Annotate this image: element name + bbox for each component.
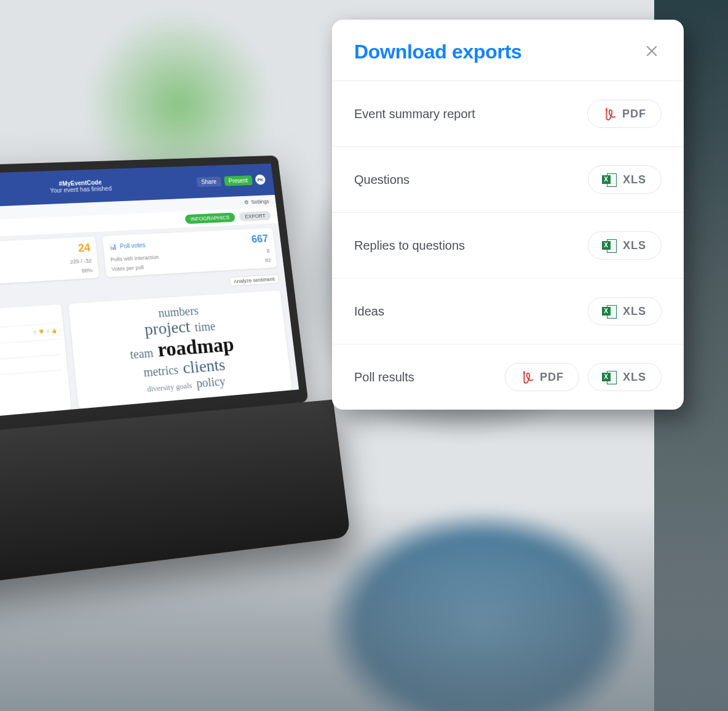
wordcloud-policy: policy <box>193 374 228 390</box>
button-label: XLS <box>623 239 646 252</box>
laptop: #MyEventCode Your event has finished Sha… <box>0 154 350 590</box>
q-row0-value: 229 / -32 <box>70 258 92 265</box>
xls-icon <box>603 304 617 319</box>
laptop-screen-bezel: #MyEventCode Your event has finished Sha… <box>0 156 308 439</box>
export-row-label: Replies to questions <box>354 239 579 253</box>
share-button[interactable]: Share <box>196 177 221 187</box>
wordcloud-diversity-goals: diversity goals <box>144 381 195 394</box>
card-poll-count: 667 <box>251 232 269 245</box>
xls-icon <box>603 370 617 384</box>
wordcloud-team: team <box>127 346 157 361</box>
pdf-download-button[interactable]: PDF <box>587 100 662 128</box>
modal-header: Download exports <box>332 20 684 81</box>
question-list: 0 👎 0 👍 seriously understaffed.0 👎 0 👍 0… <box>0 304 71 423</box>
export-rows: Event summary reportPDFQuestionsXLSRepli… <box>332 81 684 410</box>
p-row0-value: 8 <box>266 248 270 254</box>
bar-chart-icon <box>109 244 117 250</box>
xls-icon <box>603 238 617 253</box>
pdf-icon <box>520 370 534 384</box>
tab-infographics[interactable]: INFOGRAPHICS <box>184 213 235 224</box>
pdf-download-button[interactable]: PDF <box>505 363 579 391</box>
button-label: PDF <box>622 108 646 121</box>
export-row-replies-to-questions: Replies to questionsXLS <box>332 213 684 279</box>
xls-icon <box>603 172 617 187</box>
download-exports-modal: Download exports Event summary reportPDF… <box>332 20 684 410</box>
xls-download-button[interactable]: XLS <box>588 297 662 325</box>
header-actions: Share Present PK <box>196 175 266 188</box>
card-questions: Questions 24 Likes / dislikes229 / -32 A… <box>0 237 99 288</box>
button-label: PDF <box>540 371 564 384</box>
xls-download-button[interactable]: XLS <box>588 165 662 194</box>
modal-title: Download exports <box>354 41 522 63</box>
export-row-poll-results: Poll resultsPDFXLS <box>332 344 684 410</box>
button-label: XLS <box>623 173 646 186</box>
settings-button[interactable]: Settings <box>244 199 269 205</box>
analyze-sentiment-button[interactable]: Analyze sentiment <box>229 274 279 287</box>
xls-download-button[interactable]: XLS <box>588 363 662 391</box>
button-label: XLS <box>623 371 646 384</box>
export-row-label: Questions <box>354 173 579 187</box>
p-row1-label: Votes per poll <box>111 264 144 272</box>
wordcloud-time: time <box>192 319 218 334</box>
avatar[interactable]: PK <box>255 175 266 185</box>
export-row-ideas: IdeasXLS <box>332 279 684 344</box>
export-row-label: Poll results <box>354 370 496 384</box>
card-poll-title: Poll votes <box>119 242 145 250</box>
question-vote-hint-2: 0 👎 0 👍 <box>33 328 58 336</box>
export-row-label: Event summary report <box>354 107 579 121</box>
present-button[interactable]: Present <box>224 175 253 186</box>
card-poll-votes: Poll votes 667 Polls with interaction8 V… <box>102 228 277 277</box>
dashboard-app: #MyEventCode Your event has finished Sha… <box>0 164 299 423</box>
p-row1-value: 83 <box>265 257 271 263</box>
export-row-questions: QuestionsXLS <box>332 147 684 213</box>
tab-export[interactable]: EXPORT <box>239 211 271 221</box>
pdf-icon <box>603 106 616 121</box>
export-row-label: Ideas <box>354 304 579 319</box>
word-cloud: numbersprojecttimeteamroadmapmetricsclie… <box>68 290 292 409</box>
xls-download-button[interactable]: XLS <box>588 231 662 260</box>
event-title: #MyEventCode Your event has finished <box>0 176 197 198</box>
button-label: XLS <box>623 305 646 318</box>
wordcloud-metrics: metrics <box>141 363 181 379</box>
close-icon <box>644 44 659 58</box>
export-row-event-summary-report: Event summary reportPDF <box>332 81 684 147</box>
card-questions-count: 24 <box>77 242 91 255</box>
close-button[interactable] <box>642 41 662 63</box>
q-row1-value: 88% <box>81 268 93 274</box>
